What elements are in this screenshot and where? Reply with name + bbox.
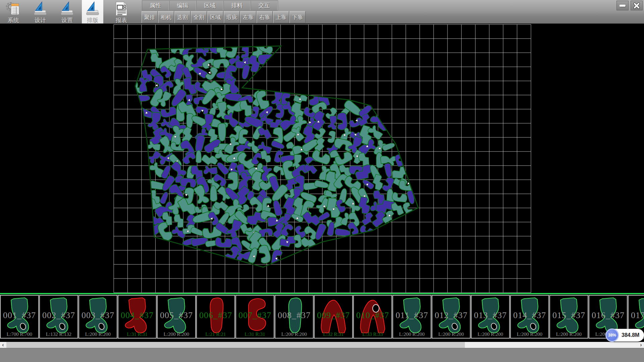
piece-id-label: 012_#37 [432, 310, 470, 320]
app-button-label: 排版 [82, 16, 103, 24]
tool-button-8[interactable]: 上靠 [273, 11, 289, 23]
app-button-label: 设置 [56, 16, 78, 24]
scroll-left-arrow[interactable]: ‹ [0, 342, 6, 348]
app-button-settings[interactable]: 设置 [56, 0, 78, 23]
design-icon [33, 1, 48, 16]
tool-button-6[interactable]: 左靠 [240, 11, 256, 23]
system-icon [6, 1, 21, 16]
tool-button-0[interactable]: 聚排 [142, 11, 158, 23]
scrollbar-thumb[interactable] [6, 342, 465, 348]
menu-bar: 属性编辑区域排料交互 [142, 1, 278, 10]
piece-id-label: 003_#37 [79, 310, 117, 320]
app-button-system[interactable]: 系统 [3, 0, 24, 23]
piece-count-label: L:32 R:31 [315, 331, 352, 337]
piece-id-label: 009_#37 [315, 310, 352, 320]
layout-icon [85, 1, 100, 16]
piece-id-label: 005_#37 [158, 310, 195, 320]
report-icon [114, 1, 129, 16]
piece-count-label: L:200 R:200 [511, 331, 548, 337]
piece-count-label: L:700 R:700 [1, 331, 38, 337]
app-button-report[interactable]: 报表 [111, 0, 132, 23]
app-button-layout[interactable]: 排版 [82, 0, 103, 23]
app-button-label: 报表 [111, 16, 132, 24]
piece-id-label: 013_#37 [472, 310, 509, 320]
menu-item-4[interactable]: 交互 [251, 1, 278, 10]
piece-id-label: 015_#37 [550, 310, 588, 320]
menu-item-0[interactable]: 属性 [142, 1, 169, 10]
tool-button-2[interactable]: 选割 [174, 11, 191, 23]
piece-count-label: L:200 R:200 [393, 331, 431, 337]
tool-bar: 聚排相机选割全割区域瑕疵左靠右靠上靠下靠 [142, 11, 306, 23]
piece-id-label: 008_#37 [275, 310, 313, 320]
thumbnail-cell-014_#37[interactable]: 014_#37L:200 R:200 [510, 295, 549, 339]
thumbnail-cell-006_#37[interactable]: 006_#37L:21 R:21 [196, 295, 235, 339]
minimize-icon [620, 5, 626, 7]
memory-usage: 384.8M [622, 332, 639, 338]
settings-icon [59, 1, 75, 16]
piece-count-label: L:33 R:33 [354, 331, 391, 337]
piece-count-label: L:132 R:132 [40, 331, 77, 337]
horizontal-scrollbar[interactable]: ‹ › [0, 342, 644, 348]
piece-id-label: 002_#37 [40, 310, 77, 320]
thumbnail-cell-004_#37[interactable]: 004_#37L:31 R:31 [118, 295, 157, 339]
piece-id-label: 006_#37 [197, 310, 234, 320]
piece-id-label: 014_#37 [511, 310, 548, 320]
app-button-design[interactable]: 设计 [30, 0, 51, 23]
tool-button-4[interactable]: 区域 [207, 11, 223, 23]
tool-button-5[interactable]: 瑕疵 [224, 11, 240, 23]
close-button[interactable] [631, 1, 643, 10]
piece-count-label: L:200 R:200 [550, 331, 588, 337]
strip-separator [0, 293, 644, 294]
thumbnail-cell-003_#37[interactable]: 003_#37L:200 R:200 [78, 295, 117, 339]
thumbnail-cell-009_#37[interactable]: 009_#37L:32 R:31 [314, 295, 353, 339]
piece-count-label: L:200 R:200 [275, 331, 313, 337]
piece-count-label: L:21 R:21 [197, 331, 234, 337]
app-button-label: 系统 [3, 16, 24, 24]
thumbnail-cell-008_#37[interactable]: 008_#37L:200 R:200 [275, 295, 314, 339]
toolbar: 系统设计设置排版报表 属性编辑区域排料交互 聚排相机选割全割区域瑕疵左靠右靠上靠… [0, 0, 644, 24]
thumbnail-cell-010_#37[interactable]: 010_#37L:33 R:33 [353, 295, 392, 339]
nested-pieces [124, 38, 417, 266]
thumbnail-cell-001_#37[interactable]: 001_#37L:700 R:700 [0, 295, 39, 339]
close-icon [633, 2, 640, 9]
piece-id-label: 011_#37 [393, 310, 431, 320]
piece-count-label: L:31 R:31 [118, 331, 156, 337]
tool-button-1[interactable]: 相机 [158, 11, 174, 23]
tool-button-3[interactable]: 全割 [191, 11, 207, 23]
progress-percent: 38% [605, 328, 619, 342]
thumbnail-cell-013_#37[interactable]: 013_#37L:200 R:200 [471, 295, 510, 339]
tool-button-9[interactable]: 下靠 [289, 11, 306, 23]
thumbnail-cell-012_#37[interactable]: 012_#37L:200 R:200 [432, 295, 471, 339]
piece-id-label: 016_#37 [589, 310, 627, 320]
thumbnail-cell-015_#37[interactable]: 015_#37L:200 R:200 [549, 295, 588, 339]
piece-count-label: L:31 R:31 [236, 331, 274, 337]
menu-item-1[interactable]: 编辑 [169, 1, 196, 10]
progress-badge[interactable]: 38% 384.8M [606, 329, 644, 342]
tool-button-7[interactable]: 右靠 [257, 11, 273, 23]
piece-id-label: 004_#37 [118, 310, 156, 320]
application-window: 系统设计设置排版报表 属性编辑区域排料交互 聚排相机选割全割区域瑕疵左靠右靠上靠… [0, 0, 644, 362]
piece-id-label: 010_#37 [354, 310, 391, 320]
thumbnail-cell-011_#37[interactable]: 011_#37L:200 R:200 [392, 295, 431, 339]
piece-thumbnail-strip: 001_#37L:700 R:700002_#37L:132 R:132003_… [0, 295, 644, 339]
piece-id-label: 001_#37 [1, 310, 38, 320]
app-button-label: 设计 [30, 16, 51, 24]
piece-id-label: 017_#37 [629, 310, 644, 320]
piece-id-label: 007_#37 [236, 310, 274, 320]
window-controls [616, 1, 643, 10]
piece-count-label: L:200 R:200 [158, 331, 195, 337]
status-bar [0, 348, 644, 362]
thumbnail-cell-005_#37[interactable]: 005_#37L:200 R:200 [157, 295, 196, 339]
piece-count-label: L:200 R:200 [432, 331, 470, 337]
scroll-right-arrow[interactable]: › [638, 342, 644, 348]
piece-count-label: L:200 R:200 [472, 331, 509, 337]
menu-item-3[interactable]: 排料 [223, 1, 251, 10]
piece-count-label: L:200 R:200 [79, 331, 117, 337]
menu-item-2[interactable]: 区域 [196, 1, 223, 10]
thumbnail-cell-002_#37[interactable]: 002_#37L:132 R:132 [39, 295, 78, 339]
minimize-button[interactable] [616, 1, 629, 10]
thumbnail-cell-007_#37[interactable]: 007_#37L:31 R:31 [235, 295, 274, 339]
